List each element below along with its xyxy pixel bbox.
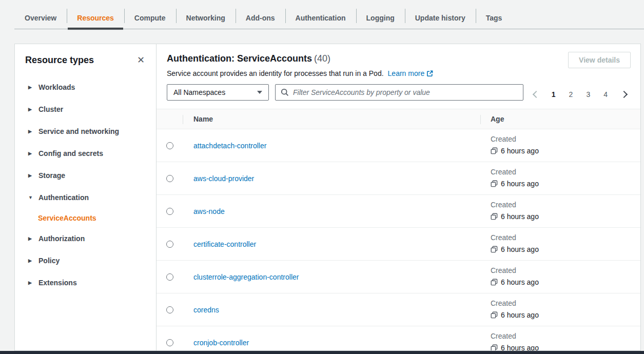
sidebar-item-cluster[interactable]: ▶ Cluster: [28, 98, 146, 120]
row-radio-button[interactable]: [166, 142, 173, 149]
view-details-button[interactable]: View details: [568, 52, 631, 68]
sidebar-item-service-and-networking[interactable]: ▶ Service and networking: [28, 120, 146, 142]
tab-networking[interactable]: Networking: [176, 0, 236, 29]
tab-authentication[interactable]: Authentication: [285, 0, 356, 29]
sidebar-item-label: Authorization: [38, 234, 85, 243]
table-row: cronjob-controller Created 6 hours ago: [157, 326, 640, 351]
chevron-right-icon: ▶: [28, 236, 33, 241]
serviceaccount-link[interactable]: cronjob-controller: [193, 339, 249, 347]
resource-type-tree: ▶ Workloads ▶ Cluster ▶ Service and netw…: [28, 76, 146, 293]
chevron-right-icon: ▶: [28, 151, 33, 156]
search-box: [275, 84, 523, 101]
serviceaccount-link[interactable]: certificate-controller: [193, 240, 256, 248]
age-column-header[interactable]: Age: [480, 109, 640, 129]
serviceaccount-link[interactable]: coredns: [193, 306, 219, 314]
sidebar-item-config-and-secrets[interactable]: ▶ Config and secrets: [28, 142, 146, 164]
selection-column-header: [157, 109, 183, 129]
serviceaccount-link[interactable]: aws-cloud-provider: [193, 174, 254, 183]
sidebar-item-label: Config and secrets: [38, 149, 103, 158]
row-radio-button[interactable]: [166, 241, 173, 248]
table-header: Name Age: [157, 109, 640, 129]
sidebar-item-label: Extensions: [38, 279, 77, 287]
page-number-1[interactable]: 1: [548, 90, 560, 99]
tab-add-ons[interactable]: Add-ons: [236, 0, 285, 29]
age-value-text: 6 hours ago: [501, 177, 539, 190]
cluster-tab-bar: Overview Resources Compute Networking Ad…: [0, 0, 644, 29]
sidebar-item-authentication[interactable]: ▼ Authentication: [28, 186, 146, 208]
copy-icon[interactable]: [491, 279, 498, 286]
row-radio-button[interactable]: [166, 339, 173, 346]
age-value-text: 6 hours ago: [501, 144, 539, 158]
table-row: aws-node Created 6 hours ago: [157, 195, 640, 228]
table-row: clusterrole-aggregation-controller Creat…: [157, 261, 640, 293]
age-value-text: 6 hours ago: [501, 210, 539, 223]
sidebar-item-label: Cluster: [38, 105, 63, 113]
serviceaccounts-main-panel: View details 1 2 3 4 Authentication: Ser…: [157, 44, 640, 350]
sidebar-item-policy[interactable]: ▶ Policy: [28, 249, 146, 271]
resource-types-sidebar: Resource types ✕ ▶ Workloads ▶ Cluster ▶…: [15, 44, 157, 350]
learn-more-link[interactable]: Learn more: [388, 69, 434, 77]
copy-icon[interactable]: [491, 180, 498, 187]
table-row: aws-cloud-provider Created 6 hours ago: [157, 162, 640, 195]
console-footer-edge: [0, 351, 644, 354]
row-radio-button[interactable]: [166, 306, 173, 313]
sidebar-item-extensions[interactable]: ▶ Extensions: [28, 271, 146, 293]
learn-more-label: Learn more: [388, 69, 425, 77]
table-row: attachdetach-controller Created 6 hours …: [157, 129, 640, 162]
sidebar-item-label: ServiceAccounts: [38, 214, 96, 222]
sidebar-item-label: Workloads: [38, 83, 75, 91]
sidebar-item-label: Service and networking: [38, 127, 119, 135]
tab-update-history[interactable]: Update history: [405, 0, 476, 29]
page-number-2[interactable]: 2: [565, 90, 577, 99]
copy-icon[interactable]: [491, 344, 498, 351]
chevron-right-icon: ▶: [28, 258, 33, 263]
search-icon: [281, 88, 289, 96]
chevron-down-icon: ▼: [28, 195, 33, 200]
namespace-select[interactable]: All Namespaces: [167, 84, 269, 101]
pagination: 1 2 3 4: [529, 89, 630, 100]
copy-icon[interactable]: [491, 213, 498, 220]
age-value-text: 6 hours ago: [501, 308, 539, 322]
panel-description: Service account provides an identity for…: [167, 69, 630, 77]
tab-resources[interactable]: Resources: [67, 0, 124, 29]
copy-icon[interactable]: [491, 311, 498, 319]
tab-logging[interactable]: Logging: [356, 0, 405, 29]
search-input[interactable]: [293, 88, 518, 96]
name-column-header[interactable]: Name: [183, 115, 480, 123]
age-value-text: 6 hours ago: [501, 341, 539, 351]
row-radio-button[interactable]: [166, 273, 173, 281]
chevron-right-icon: ▶: [28, 280, 33, 285]
chevron-right-icon: ▶: [28, 129, 33, 134]
age-created-label: Created: [491, 265, 640, 276]
sidebar-item-authorization[interactable]: ▶ Authorization: [28, 227, 146, 249]
tab-compute[interactable]: Compute: [124, 0, 176, 29]
external-link-icon: [426, 70, 433, 77]
copy-icon[interactable]: [491, 246, 498, 253]
copy-icon[interactable]: [491, 147, 498, 154]
page-number-4[interactable]: 4: [599, 90, 612, 99]
sidebar-item-label: Storage: [38, 171, 65, 180]
page-title: Authentication: ServiceAccounts(40): [167, 53, 630, 64]
sidebar-item-storage[interactable]: ▶ Storage: [28, 164, 146, 186]
row-radio-button[interactable]: [166, 208, 173, 215]
age-value-text: 6 hours ago: [501, 243, 539, 256]
resources-panel: Resource types ✕ ▶ Workloads ▶ Cluster ▶…: [14, 44, 641, 351]
sidebar-item-workloads[interactable]: ▶ Workloads: [28, 76, 146, 98]
row-radio-button[interactable]: [166, 175, 173, 182]
tab-tags[interactable]: Tags: [476, 0, 513, 29]
serviceaccount-link[interactable]: clusterrole-aggregation-controller: [193, 273, 299, 281]
page-next-icon[interactable]: [617, 89, 630, 100]
sidebar-item-label: Authentication: [38, 193, 89, 202]
close-icon[interactable]: ✕: [136, 54, 146, 66]
caret-down-icon: [257, 91, 262, 94]
page-number-3[interactable]: 3: [582, 90, 594, 99]
sidebar-item-serviceaccounts[interactable]: ServiceAccounts: [28, 208, 146, 227]
age-created-label: Created: [491, 134, 640, 144]
serviceaccount-link[interactable]: aws-node: [193, 207, 225, 215]
page-prev-icon[interactable]: [529, 89, 542, 100]
age-created-label: Created: [491, 200, 640, 210]
serviceaccount-link[interactable]: attachdetach-controller: [193, 142, 266, 150]
serviceaccounts-table: Name Age attachdetach-controller Created…: [157, 109, 640, 351]
table-row: certificate-controller Created 6 hours a…: [157, 228, 640, 261]
tab-overview[interactable]: Overview: [14, 0, 67, 29]
